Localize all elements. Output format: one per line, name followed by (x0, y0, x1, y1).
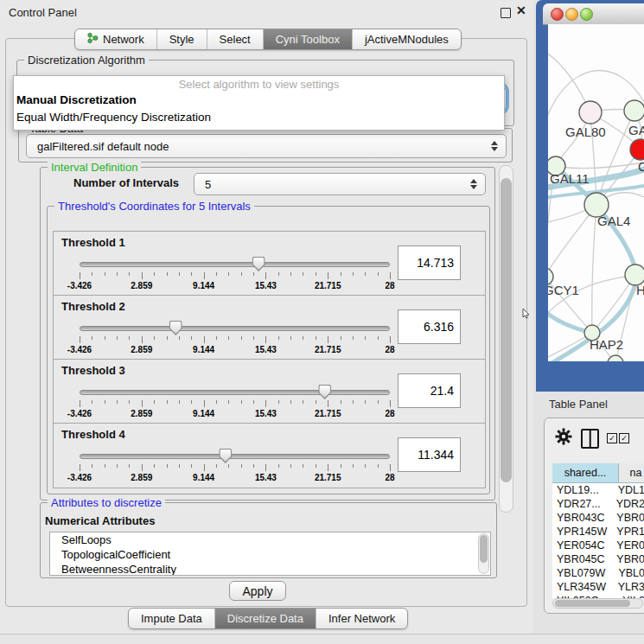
node-label: C (638, 159, 644, 174)
tab-label: Impute Data (141, 612, 202, 625)
slider-track[interactable] (80, 390, 390, 395)
table-row[interactable]: YDR27...YDR2 (552, 497, 644, 511)
interval-definition-group: Interval Definition Number of Intervals … (40, 167, 495, 501)
tab-discretize-data[interactable]: Discretize Data (215, 609, 316, 628)
vertical-scrollbar[interactable] (499, 165, 513, 513)
list-scrollbar-thumb[interactable] (480, 535, 488, 563)
traffic-minimize-icon[interactable] (565, 8, 578, 21)
tick-label: 9.144 (193, 345, 214, 354)
group-label: Interval Definition (48, 161, 141, 174)
threshold-slider[interactable]: -3.426 2.859 9.144 15.43 21.715 28 (80, 255, 390, 290)
network-canvas[interactable]: GAL80 GA C GAL11 GAL4 GCY1 H HAP2 (548, 24, 644, 361)
cell: YBR0 (608, 552, 644, 566)
apply-button[interactable]: Apply (229, 581, 286, 601)
cell: YDL19... (552, 483, 609, 497)
traffic-zoom-icon[interactable] (580, 8, 593, 21)
network-window-titlebar[interactable] (543, 3, 644, 25)
cell: YBR043C (552, 511, 608, 525)
tick-strip (80, 336, 390, 344)
stepper-icon (470, 179, 477, 189)
slider-track[interactable] (80, 454, 390, 459)
node-ga[interactable] (624, 100, 644, 121)
threshold-value-field[interactable]: 21.4 (398, 373, 461, 408)
threshold-value-field[interactable]: 14.713 (398, 245, 461, 280)
horizontal-scrollbar[interactable] (552, 598, 643, 609)
threshold-value-field[interactable]: 6.316 (398, 309, 461, 344)
slider-knob[interactable] (252, 257, 265, 271)
tab-jactivemnodules[interactable]: jActiveMNodules (353, 29, 461, 49)
checkbox-columns-icon[interactable]: ✓ (607, 433, 617, 443)
node-label: GCY1 (548, 283, 579, 297)
tab-label: Discretize Data (227, 612, 303, 625)
threshold-label: Threshold 1 (61, 236, 125, 249)
list-item[interactable]: BetweennessCentrality (50, 562, 490, 576)
table-row[interactable]: YER054CYER0 (552, 539, 644, 552)
threshold-slider[interactable]: -3.426 2.859 9.144 15.43 21.715 28 (80, 383, 390, 418)
tab-network[interactable]: Network (75, 29, 157, 49)
table-row[interactable]: YBR045CYBR0 (552, 552, 644, 566)
gear-icon[interactable] (555, 428, 572, 449)
slider-knob[interactable] (169, 321, 182, 335)
node-label: GAL11 (550, 171, 590, 186)
number-of-intervals-label: Number of Intervals (73, 176, 179, 189)
tab-style[interactable]: Style (157, 29, 207, 49)
tick-label: 28 (385, 281, 394, 290)
node-table: shared... na YDL19...YDL1 YDR27...YDR2 Y… (552, 463, 644, 598)
table-row[interactable]: YDL19...YDL1 (552, 483, 644, 497)
list-item[interactable]: TopologicalCoefficient (50, 547, 490, 562)
dropdown-option-manual[interactable]: Manual Discretization (14, 92, 504, 109)
table-data-combobox[interactable]: galFiltered.sif default node (26, 134, 507, 158)
node-label: GAL4 (597, 214, 630, 228)
traffic-close-icon[interactable] (551, 8, 564, 21)
column-header-shared-name[interactable]: shared... (552, 463, 619, 483)
list-item[interactable]: SelfLoops (50, 532, 490, 547)
float-panel-icon[interactable] (501, 8, 511, 18)
tab-impute-data[interactable]: Impute Data (129, 609, 215, 628)
tab-label: Infer Network (328, 612, 395, 625)
cell: YBR0 (608, 511, 644, 525)
tick-label: 15.43 (255, 281, 277, 290)
tab-select[interactable]: Select (207, 29, 264, 49)
tab-label: Network (103, 33, 144, 46)
list-scrollbar[interactable] (478, 533, 489, 574)
threshold-label: Threshold 4 (61, 428, 125, 441)
group-label: Discretization Algorithm (24, 54, 149, 67)
table-row[interactable]: YPR145WYPR1 (552, 525, 644, 539)
dropdown-prompt: Select algorithm to view settings (14, 76, 504, 92)
threshold-slider[interactable]: -3.426 2.859 9.144 15.43 21.715 28 (80, 447, 390, 481)
node-gal80[interactable] (579, 101, 602, 124)
tick-labels: -3.426 2.859 9.144 15.43 21.715 28 (80, 409, 390, 419)
threshold-label: Threshold 2 (61, 300, 125, 313)
threshold-slider[interactable]: -3.426 2.859 9.144 15.43 21.715 28 (80, 319, 390, 354)
dropdown-option-equal-width[interactable]: Equal Width/Frequency Discretization (14, 109, 504, 126)
tick-label: 28 (385, 409, 394, 418)
close-panel-icon[interactable]: ✕ (516, 3, 526, 17)
tick-label: 28 (385, 345, 394, 354)
tick-label: 28 (385, 473, 394, 482)
threshold-label: Threshold 3 (61, 364, 125, 377)
table-row[interactable]: YBR043CYBR0 (552, 511, 644, 525)
numerical-attributes-title: Numerical Attributes (45, 514, 155, 527)
tab-cyni-toolbox[interactable]: Cyni Toolbox (264, 29, 353, 49)
network-tab-icon (87, 32, 99, 47)
horizontal-scrollbar-thumb[interactable] (555, 600, 630, 607)
slider-knob[interactable] (219, 449, 232, 463)
table-row[interactable]: YLR345WYLR3 (552, 580, 644, 594)
table-row[interactable]: YBL079WYBL0 (552, 566, 644, 580)
threshold-value-field[interactable]: 11.344 (398, 437, 461, 472)
group-label: Threshold's Coordinates for 5 Intervals (54, 200, 254, 213)
checkbox-columns-icon-2[interactable]: ✓ (619, 433, 629, 443)
vertical-scrollbar-thumb[interactable] (501, 178, 512, 482)
split-columns-icon[interactable] (581, 429, 599, 449)
tab-label: Cyni Toolbox (276, 33, 340, 46)
slider-track[interactable] (80, 262, 390, 267)
cell: YLR3 (609, 580, 644, 594)
node-highlighted[interactable] (630, 139, 644, 160)
cell: YER054C (552, 539, 608, 552)
slider-track[interactable] (80, 326, 390, 331)
tab-infer-network[interactable]: Infer Network (316, 609, 407, 628)
cell: YBR045C (552, 552, 608, 566)
slider-knob[interactable] (318, 385, 331, 399)
number-of-intervals-combobox[interactable]: 5 (194, 173, 486, 195)
column-header-name[interactable]: na (619, 463, 644, 483)
